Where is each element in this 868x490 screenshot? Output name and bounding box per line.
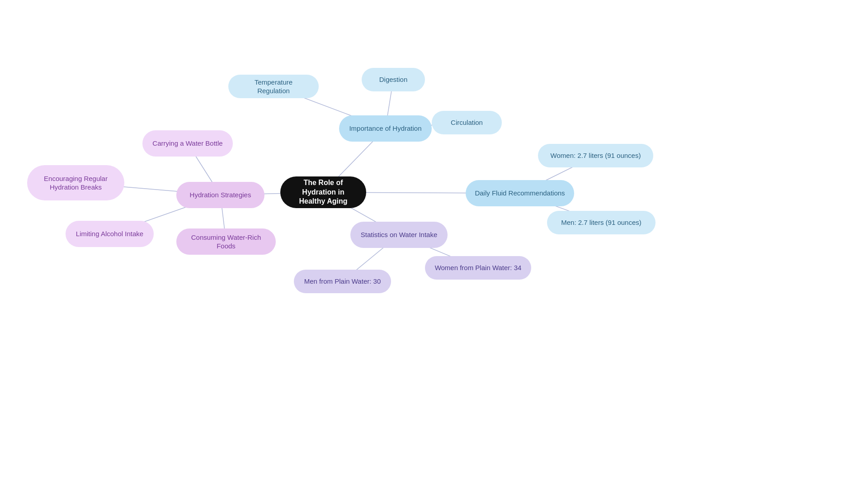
digestion-node: Digestion (362, 68, 425, 91)
carrying-water-bottle-label: Carrying a Water Bottle (152, 139, 222, 148)
encouraging-breaks-node: Encouraging Regular Hydration Breaks (27, 165, 124, 200)
center-node: The Role of Hydration in Healthy Aging (280, 176, 366, 208)
temperature-regulation-node: Temperature Regulation (228, 75, 319, 98)
daily-fluid-node: Daily Fluid Recommendations (466, 180, 574, 206)
men-27-label: Men: 2.7 liters (91 ounces) (561, 218, 642, 227)
importance-label: Importance of Hydration (349, 124, 421, 133)
circulation-label: Circulation (451, 118, 483, 127)
center-label: The Role of Hydration in Healthy Aging (289, 178, 357, 206)
consuming-water-rich-node: Consuming Water-Rich Foods (176, 228, 276, 255)
statistics-water-intake-label: Statistics on Water Intake (361, 230, 438, 239)
encouraging-breaks-label: Encouraging Regular Hydration Breaks (36, 174, 115, 192)
limiting-alcohol-node: Limiting Alcohol Intake (66, 221, 154, 247)
hydration-strategies-node: Hydration Strategies (176, 182, 264, 208)
hydration-strategies-label: Hydration Strategies (190, 190, 251, 200)
women-plain-water-label: Women from Plain Water: 34 (435, 263, 522, 272)
limiting-alcohol-label: Limiting Alcohol Intake (76, 229, 143, 238)
temperature-label: Temperature Regulation (237, 78, 310, 95)
consuming-water-rich-label: Consuming Water-Rich Foods (185, 233, 267, 251)
women-27-node: Women: 2.7 liters (91 ounces) (538, 144, 653, 167)
circulation-node: Circulation (432, 111, 502, 134)
women-plain-water-node: Women from Plain Water: 34 (425, 256, 531, 280)
importance-of-hydration-node: Importance of Hydration (339, 115, 432, 142)
men-plain-water-node: Men from Plain Water: 30 (294, 270, 391, 293)
women-27-label: Women: 2.7 liters (91 ounces) (551, 151, 641, 160)
statistics-water-intake-node: Statistics on Water Intake (350, 222, 448, 248)
daily-fluid-label: Daily Fluid Recommendations (475, 189, 565, 198)
men-27-node: Men: 2.7 liters (91 ounces) (547, 211, 656, 234)
men-plain-water-label: Men from Plain Water: 30 (304, 277, 381, 286)
digestion-label: Digestion (379, 75, 408, 84)
carrying-water-bottle-node: Carrying a Water Bottle (142, 130, 233, 157)
